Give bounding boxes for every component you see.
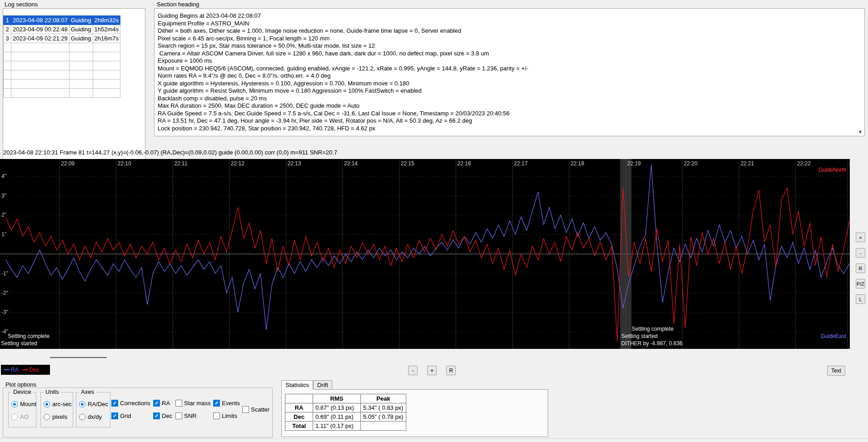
checkbox-corrections[interactable]: Corrections — [111, 400, 150, 407]
log-section-row[interactable] — [4, 43, 120, 52]
legend-item: Dec — [22, 367, 39, 373]
radio-label: pixels — [52, 413, 67, 420]
x-tick-label: 22:19 — [627, 160, 641, 167]
log-section-row[interactable] — [4, 70, 120, 79]
dec-trace — [6, 188, 850, 342]
chart-side-button-pz[interactable]: P/Z — [856, 279, 865, 288]
log-section-row[interactable]: 22023-04-09 00:22:48Guiding1h52m4s — [4, 25, 120, 34]
section-heading-line: Guiding Begins at 2023-04-08 22:08:07 — [158, 12, 529, 20]
stats-row: Dec0.69" (0.11 px)5.05" ( 0.78 px) — [285, 412, 406, 422]
axes-group: Axes RA/Dec dx/dy — [76, 392, 110, 427]
log-section-row[interactable] — [4, 79, 120, 89]
tab-statistics[interactable]: Statistics — [281, 380, 313, 390]
plot-options-label: Plot options — [5, 381, 36, 388]
radio-icon — [44, 414, 50, 420]
checkbox-icon — [111, 400, 118, 407]
log-section-row[interactable]: 32023-04-09 02:21:29Guiding2h16m7s — [4, 34, 120, 43]
radio-device-ao[interactable]: AO — [11, 413, 29, 420]
checkbox-star-mass[interactable]: Star mass — [175, 400, 211, 407]
y-axis-label: 4" — [1, 173, 6, 179]
section-heading-line: Max RA duration = 2500, Max DEC duration… — [158, 102, 529, 110]
radio-device-mount[interactable]: Mount — [11, 401, 36, 407]
chart-annotation: GuideNorth — [818, 167, 846, 173]
log-section-row[interactable] — [4, 89, 120, 98]
checkbox-icon — [242, 406, 249, 413]
checkbox-label: Limits — [222, 412, 237, 419]
log-sections-label: Log sections — [5, 1, 38, 8]
checkbox-icon — [213, 412, 220, 419]
section-heading-line: Backlash comp = disabled, pulse = 20 ms — [158, 95, 529, 103]
chart-side-button-r[interactable]: R — [856, 263, 865, 273]
checkbox-icon — [213, 400, 220, 407]
section-heading-line: RA Guide Speed = 7.5 a-s/s, Dec Guide Sp… — [158, 110, 529, 118]
stats-peak-value: 5.05" ( 0.78 px) — [361, 412, 406, 422]
x-tick-label: 22:13 — [287, 160, 301, 167]
radio-axes-dxdy[interactable]: dx/dy — [79, 413, 102, 420]
radio-icon — [11, 401, 18, 407]
checkbox-events[interactable]: Events — [213, 400, 240, 407]
stats-rms-value: 0.87" (0.13 px) — [313, 403, 361, 412]
checkbox-limits[interactable]: Limits — [213, 412, 237, 419]
log-section-row[interactable] — [4, 61, 120, 70]
stats-header-cell — [285, 394, 313, 403]
radio-icon — [44, 401, 50, 407]
checkbox-scatter[interactable]: Scatter — [242, 406, 269, 413]
checkbox-snr[interactable]: SNR — [175, 412, 196, 419]
chart-side-button-[interactable]: - — [856, 248, 865, 258]
y-axis-label: 3" — [1, 193, 6, 199]
x-tick-label: 22:15 — [401, 160, 414, 167]
chart-hscrollbar-thumb[interactable] — [50, 357, 107, 358]
x-tick-label: 22:18 — [570, 160, 584, 167]
section-heading-line: Pixel scale = 6.45 arc-sec/px, Binning =… — [158, 35, 529, 43]
x-tick-label: 22:20 — [684, 160, 698, 167]
section-heading-text: Guiding Begins at 2023-04-08 22:08:07Equ… — [158, 12, 529, 132]
log-section-row[interactable]: 12023-04-08 22:08:07Guiding2h8m32s — [4, 16, 120, 25]
log-section-row[interactable] — [4, 52, 120, 61]
checkbox-icon — [153, 400, 160, 407]
zoom-out-button[interactable]: - — [408, 366, 418, 375]
radio-icon — [79, 414, 85, 420]
checkbox-icon — [175, 400, 182, 407]
checkbox-icon — [175, 412, 182, 419]
radio-units-pixels[interactable]: pixels — [44, 413, 67, 420]
chart-side-buttons: +-RP/ZL — [856, 233, 867, 314]
plot-options-panel: Device Mount AO Units arc-sec pixels Axe… — [3, 387, 273, 437]
text-view-button[interactable]: Text — [827, 366, 845, 376]
checkbox-dec[interactable]: Dec — [153, 412, 172, 419]
x-tick-label: 22:12 — [231, 160, 244, 167]
checkbox-label: RA — [162, 400, 170, 407]
checkbox-grid[interactable]: Grid — [111, 412, 131, 419]
stats-table-head-row: RMSPeak — [285, 394, 406, 403]
chart-annotation: DITHER by -4.987, 0.636 — [621, 340, 683, 347]
x-tick-label: 22:11 — [174, 160, 187, 167]
log-sections-panel: 12023-04-08 22:08:07Guiding2h8m32s22023-… — [3, 8, 145, 171]
checkbox-label: Star mass — [184, 400, 211, 407]
units-group: Units arc-sec pixels — [40, 392, 73, 427]
section-heading-line: Norm rates RA = 9.4"/s @ dec 0, Dec = 8.… — [158, 72, 529, 80]
section-heading-line: Mount = EQMOD HEQ5/6 (ASCOM), connected,… — [158, 65, 529, 73]
zoom-in-button[interactable]: + — [427, 366, 437, 375]
guide-chart[interactable]: 4"3"2"1"-1"-2"-3"-4"22:0922:1022:1122:12… — [0, 159, 850, 349]
reset-zoom-button[interactable]: R — [446, 366, 456, 375]
guide-chart-svg: 4"3"2"1"-1"-2"-3"-4"22:0922:1022:1122:12… — [0, 159, 850, 349]
tab-drift[interactable]: Drift — [313, 380, 332, 390]
chart-side-button-l[interactable]: L — [856, 294, 865, 304]
checkbox-label: SNR — [184, 412, 196, 419]
radio-label: arc-sec — [52, 401, 72, 407]
checkbox-label: Dec — [162, 412, 172, 419]
legend-label: Dec — [30, 367, 39, 373]
x-tick-label: 22:22 — [797, 160, 811, 167]
radio-units-arcsec[interactable]: arc-sec — [44, 401, 72, 407]
checkbox-ra[interactable]: RA — [153, 400, 170, 407]
chart-side-button-[interactable]: + — [856, 233, 865, 242]
x-tick-label: 2 — [849, 160, 850, 167]
device-group-label: Device — [11, 389, 33, 395]
section-heading-line: Y guide algorithm = Resist Switch, Minim… — [158, 87, 529, 95]
radio-axes-radec[interactable]: RA/Dec — [79, 401, 108, 407]
scrollbar-down-icon[interactable]: ▼ — [858, 129, 863, 134]
legend-dash-icon — [4, 369, 10, 370]
chart-legend: RADec — [1, 365, 50, 375]
log-sections-table[interactable]: 12023-04-08 22:08:07Guiding2h8m32s22023-… — [3, 15, 120, 98]
chart-annotation: Settling complete — [632, 326, 673, 332]
radio-icon — [79, 401, 85, 407]
